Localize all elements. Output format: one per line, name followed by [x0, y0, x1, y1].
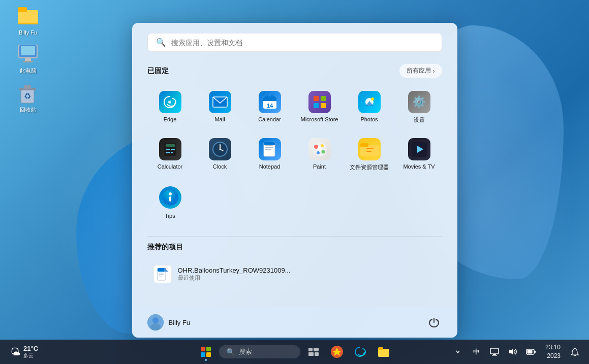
svg-rect-61 [159, 273, 164, 274]
app-item-calculator[interactable]: Calculator [147, 133, 193, 176]
svg-point-11 [168, 101, 171, 104]
svg-point-66 [152, 317, 159, 323]
svg-rect-70 [201, 352, 205, 357]
svg-marker-84 [509, 349, 513, 355]
calculator-app-icon [159, 138, 181, 160]
app-item-mail[interactable]: Mail [197, 86, 243, 129]
clock-app-icon [209, 138, 231, 160]
recommended-item-ohr[interactable]: OHR.BalloonsTurkey_ROW9231009... 最近使用 [147, 260, 442, 288]
start-button[interactable] [196, 342, 216, 362]
weather-widget[interactable]: 🌤 21°C 多云 [6, 343, 42, 361]
rec-file-name: OHR.BalloonsTurkey_ROW9231009... [178, 267, 291, 274]
desktop-icon-billy-fu[interactable]: Billy Fu [10, 5, 46, 38]
app-label-edge: Edge [164, 116, 177, 122]
taskbar-search-text: 搜索 [239, 347, 252, 356]
svg-rect-17 [267, 95, 268, 98]
svg-rect-9 [24, 85, 31, 89]
tips-app-icon [158, 185, 182, 210]
app-item-edge[interactable]: Edge [147, 86, 193, 129]
tray-notification[interactable] [567, 344, 583, 360]
folder-icon [18, 7, 38, 27]
desktop-icon-label: 回收站 [20, 106, 37, 114]
start-menu: 🔍 已固定 所有应用 › Edge [132, 23, 457, 338]
desktop-icon-this-pc[interactable]: 此电脑 [10, 43, 46, 77]
svg-rect-4 [21, 46, 35, 55]
taskbar-right: 中 [450, 341, 583, 362]
svg-rect-51 [360, 143, 368, 147]
svg-rect-72 [308, 348, 313, 351]
svg-rect-18 [271, 95, 273, 98]
app-item-store[interactable]: Microsoft Store [297, 86, 343, 129]
monitor-icon [18, 45, 38, 65]
all-apps-button[interactable]: 所有应用 › [399, 64, 442, 78]
recommended-title: 推荐的项目 [147, 243, 183, 252]
weather-desc: 多云 [23, 352, 38, 359]
power-button[interactable] [426, 314, 442, 330]
svg-rect-74 [308, 352, 314, 356]
paint-app-icon [308, 138, 331, 160]
search-input[interactable] [171, 39, 433, 47]
recommended-header: 推荐的项目 [147, 243, 442, 252]
svg-rect-81 [490, 348, 499, 354]
clock-time: 23:10 [545, 343, 561, 352]
weather-icon: 🌤 [10, 346, 20, 358]
tray-display[interactable] [486, 344, 503, 360]
app-item-movies[interactable]: Movies & TV [396, 133, 442, 176]
task-view-button[interactable] [303, 342, 324, 362]
tray-volume[interactable] [505, 344, 521, 360]
taskbar-explorer-button[interactable] [374, 342, 394, 362]
clock-display[interactable]: 23:10 2023 [541, 341, 565, 362]
svg-text:♻: ♻ [24, 92, 31, 101]
app-item-settings[interactable]: ⚙️ 设置 [396, 86, 442, 129]
taskbar-edge-button[interactable] [350, 342, 370, 362]
mail-app-icon [209, 91, 231, 113]
edge-app-icon [159, 91, 181, 113]
notepad-app-icon [259, 138, 281, 160]
svg-point-44 [314, 145, 318, 149]
app-label-mail: Mail [214, 116, 225, 122]
settings-app-icon: ⚙️ [408, 91, 430, 113]
tray-chevron[interactable] [450, 344, 466, 360]
recommended-section: 推荐的项目 OHR.BalloonsTurkey_ROW9231009... [147, 243, 442, 288]
app-label-settings: 设置 [414, 116, 425, 124]
svg-rect-75 [315, 352, 319, 356]
svg-rect-21 [314, 103, 319, 108]
tray-battery[interactable] [523, 344, 539, 360]
svg-rect-32 [171, 152, 173, 153]
svg-point-48 [318, 147, 322, 151]
user-info[interactable]: Billy Fu [147, 314, 191, 330]
svg-rect-63 [159, 276, 162, 277]
app-item-tips[interactable]: Tips [147, 180, 193, 224]
app-item-photos[interactable]: Photos [347, 86, 392, 129]
svg-point-37 [219, 149, 221, 150]
taskbar-search[interactable]: 🔍 搜索 [219, 345, 300, 358]
app-item-files[interactable]: 文件资源管理器 [347, 133, 392, 176]
photos-app-icon [358, 91, 381, 113]
desktop-icon-recycle[interactable]: ♻ 回收站 [10, 82, 46, 116]
svg-rect-15 [263, 99, 276, 101]
taskbar-search-icon: 🔍 [226, 348, 235, 356]
user-name: Billy Fu [169, 319, 191, 326]
taskbar-app-pinned[interactable] [327, 342, 347, 362]
search-bar[interactable]: 🔍 [147, 33, 442, 52]
svg-text:14: 14 [266, 103, 273, 109]
app-item-calendar[interactable]: 14 Calendar [247, 86, 293, 129]
app-label-movies: Movies & TV [403, 163, 435, 170]
chevron-icon: › [433, 68, 435, 75]
svg-rect-87 [534, 351, 536, 353]
svg-point-24 [371, 97, 374, 101]
rec-file-icon [153, 265, 172, 283]
app-item-paint[interactable]: Paint [297, 133, 343, 176]
svg-point-47 [317, 151, 320, 154]
svg-rect-53 [366, 151, 371, 152]
svg-rect-83 [492, 355, 497, 356]
app-item-notepad[interactable]: Notepad [247, 133, 293, 176]
svg-rect-29 [171, 149, 175, 150]
tray-ime[interactable]: 中 [468, 344, 484, 360]
svg-rect-42 [264, 142, 275, 145]
desktop-icon-label: 此电脑 [20, 67, 37, 75]
svg-rect-58 [169, 196, 171, 202]
app-item-clock[interactable]: Clock [197, 133, 243, 176]
svg-rect-52 [366, 148, 374, 149]
rec-file-meta: 最近使用 [178, 274, 291, 282]
